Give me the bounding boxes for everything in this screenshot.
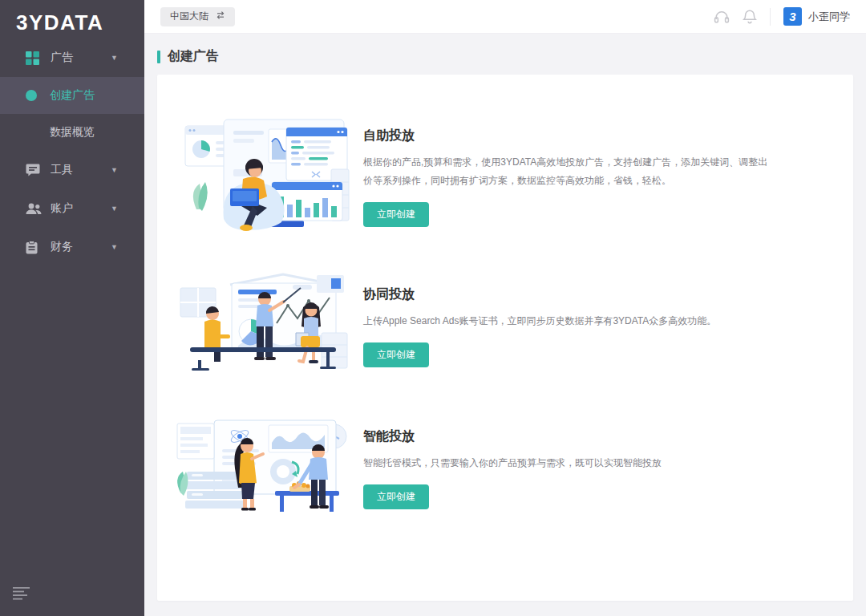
page-title-text: 创建广告 bbox=[168, 48, 219, 65]
sidebar-item-label: 账户 bbox=[51, 201, 73, 216]
region-selector[interactable]: 中国大陆 bbox=[160, 7, 235, 26]
bell-icon[interactable] bbox=[743, 9, 757, 24]
app-logo: 3YDATA bbox=[0, 0, 144, 35]
create-now-button[interactable]: 立即创建 bbox=[363, 202, 429, 227]
sidebar-item-label: 广告 bbox=[51, 51, 73, 65]
user-menu[interactable]: 3 小歪同学 bbox=[783, 7, 850, 26]
user-name: 小歪同学 bbox=[808, 10, 850, 24]
dot-icon bbox=[26, 90, 37, 101]
sidebar-item-data-overview[interactable]: 数据概览 bbox=[0, 114, 144, 151]
card-self-serve: 自助投放 根据你的产品,预算和需求，使用3YDATA高效地投放广告，支持创建广告… bbox=[157, 75, 853, 233]
avatar: 3 bbox=[783, 7, 802, 26]
topbar-divider bbox=[770, 8, 771, 26]
grid-icon bbox=[26, 51, 42, 65]
page-title: 创建广告 bbox=[157, 48, 853, 65]
sidebar-item-create-ad[interactable]: 创建广告 bbox=[0, 77, 144, 114]
swap-arrows-icon bbox=[216, 10, 225, 22]
sidebar-item-label: 创建广告 bbox=[50, 88, 95, 103]
chevron-down-icon: ▼ bbox=[111, 205, 118, 213]
topbar: 中国大陆 bbox=[144, 0, 866, 34]
card-title: 自助投放 bbox=[363, 128, 771, 144]
sidebar-item-label: 工具 bbox=[51, 163, 73, 177]
card-collaborative: 协同投放 上传Apple Search Ads账号证书，立即同步历史数据并享有3… bbox=[157, 272, 853, 372]
create-now-button[interactable]: 立即创建 bbox=[363, 484, 429, 509]
chevron-down-icon: ▼ bbox=[111, 166, 118, 174]
card-text: 智能投放 智能托管模式，只需要输入你的产品预算与需求，既可以实现智能投放 立即创… bbox=[363, 414, 771, 514]
main-area: 中国大陆 bbox=[144, 0, 866, 616]
chat-icon bbox=[26, 164, 42, 176]
users-icon bbox=[26, 203, 42, 215]
topbar-right: 3 小歪同学 bbox=[714, 7, 850, 26]
clipboard-icon bbox=[26, 241, 42, 254]
card-description: 上传Apple Search Ads账号证书，立即同步历史数据并享有3YDATA… bbox=[363, 312, 771, 330]
collapse-menu-icon[interactable] bbox=[13, 587, 32, 603]
chevron-down-icon: ▼ bbox=[111, 243, 118, 251]
card-text: 自助投放 根据你的产品,预算和需求，使用3YDATA高效地投放广告，支持创建广告… bbox=[363, 113, 771, 233]
self-serve-illustration bbox=[170, 113, 354, 233]
region-label: 中国大陆 bbox=[170, 10, 208, 23]
sidebar-item-tools[interactable]: 工具 ▼ bbox=[0, 151, 144, 189]
sidebar-menu: 广告 ▼ 创建广告 数据概览 工具 ▼ bbox=[0, 38, 144, 266]
chevron-down-icon: ▼ bbox=[111, 54, 118, 62]
cards-panel: 自助投放 根据你的产品,预算和需求，使用3YDATA高效地投放广告，支持创建广告… bbox=[157, 75, 853, 601]
content-area: 创建广告 bbox=[144, 34, 866, 616]
sidebar: 3YDATA 广告 ▼ 创建广告 数据概览 bbox=[0, 0, 144, 616]
sidebar-item-account[interactable]: 账户 ▼ bbox=[0, 189, 144, 228]
card-description: 根据你的产品,预算和需求，使用3YDATA高效地投放广告，支持创建广告，添加关键… bbox=[363, 153, 771, 190]
card-title: 智能投放 bbox=[363, 428, 771, 445]
card-title: 协同投放 bbox=[363, 286, 771, 303]
sidebar-item-finance[interactable]: 财务 ▼ bbox=[0, 228, 144, 266]
title-marker bbox=[157, 51, 160, 63]
card-smart: 智能投放 智能托管模式，只需要输入你的产品预算与需求，既可以实现智能投放 立即创… bbox=[157, 414, 853, 514]
sidebar-item-ads[interactable]: 广告 ▼ bbox=[0, 38, 144, 77]
create-now-button[interactable]: 立即创建 bbox=[363, 342, 429, 367]
headset-icon[interactable] bbox=[714, 10, 730, 24]
card-description: 智能托管模式，只需要输入你的产品预算与需求，既可以实现智能投放 bbox=[363, 454, 771, 472]
sidebar-item-label: 财务 bbox=[51, 240, 73, 254]
smart-illustration bbox=[170, 414, 354, 514]
collaborative-illustration bbox=[170, 272, 354, 372]
sidebar-item-label: 数据概览 bbox=[50, 125, 95, 140]
card-text: 协同投放 上传Apple Search Ads账号证书，立即同步历史数据并享有3… bbox=[363, 272, 771, 372]
